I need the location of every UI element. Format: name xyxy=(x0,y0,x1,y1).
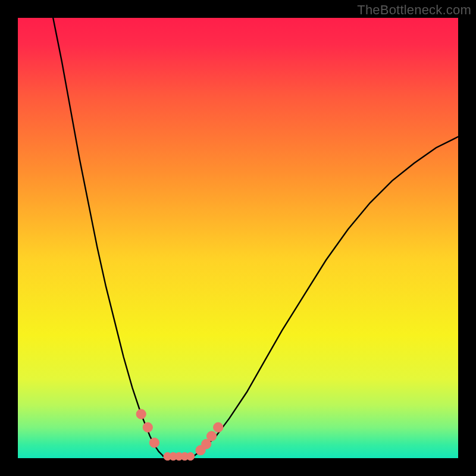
bottleneck-chart xyxy=(0,0,476,476)
data-marker xyxy=(214,422,223,432)
data-marker xyxy=(149,438,159,447)
data-marker xyxy=(206,431,216,441)
watermark-text: TheBottleneck.com xyxy=(357,2,471,18)
data-marker xyxy=(143,422,152,432)
data-marker-flat xyxy=(186,452,194,460)
chart-container: TheBottleneck.com xyxy=(0,0,476,476)
data-marker xyxy=(136,409,146,419)
plot-area xyxy=(18,18,458,458)
